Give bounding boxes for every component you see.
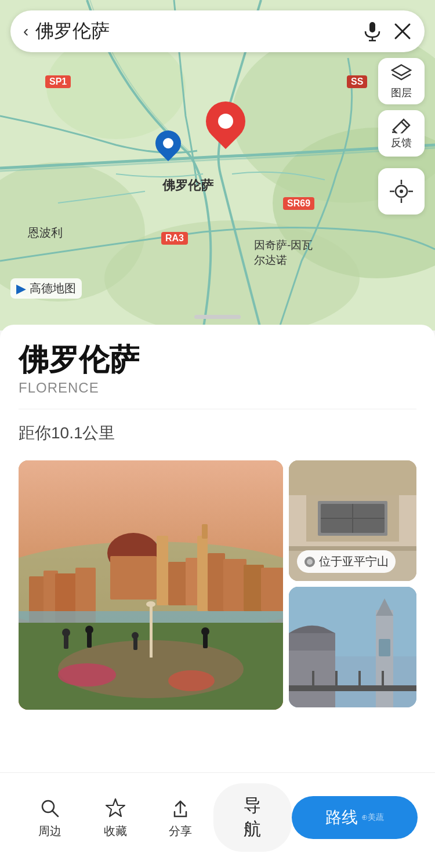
road-badge-sp1: SP1 (45, 75, 71, 88)
route-user-badge: ⊕美蔬 (361, 812, 384, 823)
svg-rect-71 (289, 685, 416, 691)
svg-rect-34 (223, 559, 246, 611)
svg-point-47 (132, 632, 139, 639)
feedback-label: 反馈 (391, 136, 412, 150)
svg-rect-35 (244, 565, 264, 611)
microphone-icon[interactable] (362, 21, 383, 42)
close-icon[interactable] (393, 22, 412, 41)
search-icon (38, 797, 61, 820)
svg-point-49 (201, 627, 209, 635)
svg-point-43 (62, 629, 70, 637)
nav-favorite-label: 收藏 (104, 823, 127, 839)
nav-nearby-label: 周边 (38, 823, 61, 839)
layers-label: 图层 (391, 86, 412, 100)
divider-1 (19, 409, 416, 409)
svg-point-45 (85, 626, 93, 634)
svg-point-63 (307, 559, 313, 565)
svg-rect-50 (150, 605, 153, 658)
svg-rect-27 (110, 556, 157, 600)
gaode-icon: ▶ (16, 281, 26, 296)
nav-navigate-wrapper[interactable]: 导航 (213, 783, 292, 852)
svg-rect-54 (289, 460, 416, 495)
locate-button[interactable] (378, 168, 425, 215)
gaode-logo: ▶ 高德地图 (10, 278, 82, 299)
svg-point-15 (400, 190, 403, 193)
map-controls: 图层 反馈 (378, 58, 425, 215)
svg-rect-70 (379, 639, 390, 656)
location-badge-text: 位于亚平宁山 (319, 554, 389, 569)
route-sub-text: ⊕美蔬 (361, 812, 384, 823)
map-label-incisa: 因奇萨-因瓦尔达诺 (254, 238, 313, 268)
photo-grid[interactable]: 位于亚平宁山 (19, 460, 416, 710)
nav-share-label: 分享 (169, 823, 192, 839)
route-button[interactable]: 路线 ⊕美蔬 (292, 796, 418, 839)
photo-side-bottom[interactable] (289, 587, 416, 707)
layers-button[interactable]: 图层 (378, 58, 425, 104)
search-bar[interactable]: ‹ 佛罗伦萨 (10, 10, 425, 52)
route-label: 路线 (325, 807, 358, 829)
svg-rect-44 (87, 631, 92, 648)
back-button[interactable]: ‹ (23, 22, 28, 41)
svg-rect-36 (261, 568, 283, 611)
road-badge-sr69: SR69 (283, 197, 314, 210)
feedback-button[interactable]: 反馈 (378, 110, 425, 157)
svg-marker-11 (392, 65, 411, 75)
star-icon (104, 797, 127, 820)
svg-rect-31 (197, 536, 208, 611)
nav-share[interactable]: 分享 (148, 797, 213, 839)
gaode-text: 高德地图 (30, 281, 76, 296)
layers-icon (391, 63, 412, 83)
map-label-empoli: 恩波利 (28, 225, 63, 241)
location-badge: 位于亚平宁山 (297, 550, 396, 573)
road-badge-ss: SS (347, 75, 367, 88)
bottom-spacer (19, 710, 416, 779)
bottom-navigation: 周边 收藏 分享 导航 路线 ⊕美蔬 (0, 772, 435, 868)
svg-rect-33 (208, 553, 225, 611)
svg-rect-74 (358, 671, 361, 691)
place-name-english: FLORENCE (19, 380, 416, 396)
destination-pin (206, 101, 245, 148)
svg-line-77 (52, 811, 58, 816)
road-badge-ra3: RA3 (161, 232, 188, 245)
svg-rect-68 (376, 610, 393, 707)
map-label-florence: 佛罗伦萨 (162, 177, 213, 194)
svg-rect-29 (168, 562, 188, 605)
share-icon (169, 797, 192, 820)
svg-rect-32 (202, 524, 208, 539)
svg-rect-67 (289, 633, 335, 651)
map-pin-badge-icon (304, 556, 316, 568)
photo-side-column: 位于亚平宁山 (289, 460, 416, 710)
svg-rect-28 (157, 536, 168, 605)
svg-point-51 (146, 601, 155, 607)
edit-icon (391, 117, 412, 133)
photo-main-florence[interactable] (19, 460, 283, 710)
locate-icon (389, 179, 414, 204)
distance-info: 距你10.1公里 (19, 422, 416, 444)
nav-nearby[interactable]: 周边 (17, 797, 83, 839)
nav-favorite[interactable]: 收藏 (83, 797, 148, 839)
search-query[interactable]: 佛罗伦萨 (35, 19, 355, 44)
svg-rect-75 (382, 671, 384, 691)
svg-rect-72 (312, 671, 314, 691)
svg-point-41 (168, 670, 215, 691)
photo-side-top[interactable]: 位于亚平宁山 (289, 460, 416, 581)
drag-handle (194, 315, 241, 319)
svg-rect-6 (369, 22, 375, 32)
svg-point-40 (58, 663, 116, 687)
svg-rect-46 (133, 637, 137, 650)
navigate-button[interactable]: 导航 (213, 783, 292, 852)
svg-marker-78 (106, 799, 125, 816)
search-action-icons (362, 21, 412, 42)
place-name-chinese: 佛罗伦萨 (19, 343, 416, 376)
svg-rect-73 (335, 671, 338, 691)
